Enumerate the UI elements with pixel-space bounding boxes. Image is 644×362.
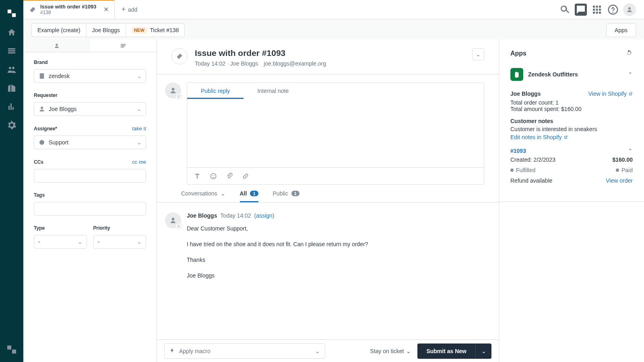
help-icon[interactable] <box>607 4 619 16</box>
reply-composer: Public reply Internal note <box>187 82 484 185</box>
message-text: Dear Customer Support, I have tried on t… <box>187 224 368 280</box>
internal-note-tab[interactable]: Internal note <box>244 83 302 99</box>
conversation-column: Issue with order #1093 Today 14:02 · Joe… <box>157 39 499 362</box>
order-id-link[interactable]: #1093 <box>510 148 526 154</box>
group-icon <box>38 139 45 146</box>
tab-title: Issue with order #1093 <box>40 4 96 10</box>
composer-textarea[interactable] <box>187 99 484 167</box>
breadcrumb-row: Example (create) Joe Bloggs New Ticket #… <box>23 19 644 39</box>
chevron-down-icon: ⌄ <box>315 348 320 354</box>
ticket-properties-sidebar: Brand zendesk ⌄ Requester Joe Bloggs ⌄ A… <box>23 39 157 362</box>
chevron-down-icon: ⌄ <box>137 106 142 112</box>
type-value: - <box>38 239 40 245</box>
crumb-example[interactable]: Example (create) <box>31 23 87 37</box>
link-icon[interactable] <box>242 173 249 180</box>
amount-spent-row: Total amount spent: $160.00 <box>510 106 633 112</box>
svg-point-2 <box>212 175 213 176</box>
ccs-input[interactable] <box>34 169 146 183</box>
close-tab-icon[interactable]: ✕ <box>103 6 109 13</box>
add-tab-label: add <box>128 6 137 13</box>
type-select[interactable]: - ⌄ <box>34 235 87 249</box>
crumb-ticket: New Ticket #138 <box>126 23 185 37</box>
requester-select[interactable]: Joe Bloggs ⌄ <box>34 102 146 116</box>
left-nav-rail <box>0 0 23 362</box>
assignee-label: Assignee* <box>34 126 57 132</box>
payment-status: Paid <box>616 167 633 173</box>
brand-label: Brand <box>34 60 146 65</box>
views-icon[interactable] <box>4 43 19 59</box>
attachment-icon[interactable] <box>226 173 233 180</box>
svg-point-1 <box>211 173 216 179</box>
conversations-dropdown[interactable]: Conversations ⌄ <box>181 190 225 202</box>
filter-public-tab[interactable]: Public1 <box>273 190 299 202</box>
assignee-select[interactable]: Support ⌄ <box>34 136 146 149</box>
composer-avatar: ⊙ <box>165 82 181 99</box>
ticket-actions-dropdown[interactable]: ⌄ <box>472 48 484 60</box>
customer-notes-title: Customer notes <box>510 118 633 124</box>
edit-notes-link[interactable]: Edit notes in Shopify <box>510 134 568 140</box>
ticket-icon <box>29 6 36 13</box>
organizations-icon[interactable] <box>4 80 19 96</box>
zendesk-logo-icon[interactable] <box>4 6 19 21</box>
fulfillment-status: Fulfilled <box>510 167 535 173</box>
priority-label: Priority <box>93 225 147 231</box>
customer-name: Joe Bloggs <box>510 90 541 97</box>
home-icon[interactable] <box>4 25 19 40</box>
chevron-up-icon[interactable]: ⌃ <box>628 71 633 78</box>
apps-heading: Apps <box>510 50 526 57</box>
chevron-down-icon: ⌄ <box>137 73 142 79</box>
order-total: $160.00 <box>612 156 633 163</box>
cc-me-link[interactable]: cc me <box>132 159 146 165</box>
crumb-ticket-id: Ticket #138 <box>150 27 179 33</box>
chevron-up-icon[interactable]: ⌃ <box>628 148 633 154</box>
macro-label: Apply macro <box>179 348 211 354</box>
admin-icon[interactable] <box>4 117 19 133</box>
stay-on-ticket-dropdown[interactable]: Stay on ticket⌄ <box>370 348 411 354</box>
ticket-type-icon <box>171 48 188 64</box>
apps-grid-icon[interactable] <box>591 4 603 16</box>
props-tab-user[interactable] <box>23 39 90 52</box>
props-tab-ticket[interactable] <box>90 39 157 52</box>
ticket-meta-time: Today 14:02 <box>195 60 225 67</box>
public-count-badge: 1 <box>291 191 299 196</box>
customer-notes-text: Customer is interested in sneakers <box>510 126 633 132</box>
view-order-link[interactable]: View order <box>606 177 633 184</box>
submit-button[interactable]: Submit as New <box>417 343 475 359</box>
chevron-down-icon: ⌄ <box>137 139 142 146</box>
zendesk-footer-icon <box>4 342 19 357</box>
building-icon <box>38 72 45 80</box>
ticket-meta-author: Joe Bloggs <box>230 60 258 67</box>
tags-input[interactable] <box>34 202 146 216</box>
shopify-app-icon <box>510 68 523 81</box>
ticket-title: Issue with order #1093 <box>195 48 326 58</box>
divider <box>499 202 644 202</box>
view-in-shopify-link[interactable]: View in Shopify <box>588 90 633 97</box>
search-icon[interactable] <box>559 4 571 16</box>
avatar-sub-icon: ⊙ <box>175 223 182 229</box>
emoji-icon[interactable] <box>210 173 217 180</box>
assign-link[interactable]: (assign) <box>254 212 275 219</box>
brand-select[interactable]: zendesk ⌄ <box>34 69 146 83</box>
ticket-meta-email: joe.bloggs@example.org <box>264 60 326 67</box>
ticket-tab[interactable]: Issue with order #1093 #138 ✕ <box>23 0 115 19</box>
submit-dropdown[interactable]: ⌄ <box>475 343 491 359</box>
take-it-link[interactable]: take it <box>132 125 146 132</box>
refresh-icon[interactable] <box>625 49 633 58</box>
lightning-icon <box>169 348 175 354</box>
format-text-icon[interactable] <box>194 173 201 180</box>
filter-all-tab[interactable]: All1 <box>240 190 258 202</box>
user-avatar[interactable] <box>623 3 636 16</box>
apply-macro-dropdown[interactable]: Apply macro ⌄ <box>164 343 325 359</box>
requester-label: Requester <box>34 93 146 98</box>
svg-point-3 <box>214 175 215 176</box>
public-reply-tab[interactable]: Public reply <box>187 83 244 99</box>
crumb-user[interactable]: Joe Bloggs <box>87 23 126 37</box>
customers-icon[interactable] <box>4 62 19 77</box>
apps-toggle-button[interactable]: Apps <box>606 23 636 37</box>
conversations-icon[interactable] <box>575 4 587 16</box>
add-tab-button[interactable]: + add <box>115 0 144 19</box>
reporting-icon[interactable] <box>4 99 19 114</box>
priority-value: - <box>98 239 100 245</box>
tags-label: Tags <box>34 192 146 198</box>
priority-select[interactable]: - ⌄ <box>93 235 147 249</box>
